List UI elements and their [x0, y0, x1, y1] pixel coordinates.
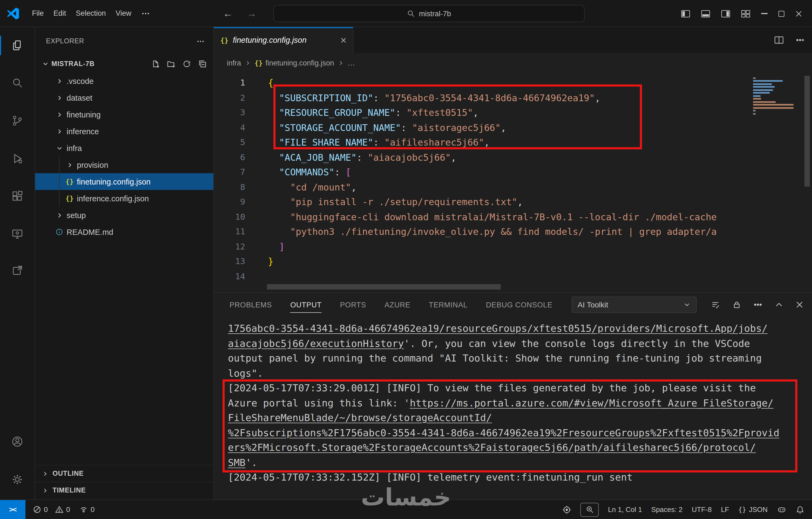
horizontal-scrollbar[interactable] — [267, 284, 501, 289]
output-line: 1756abc0-3554-4341-8d6a-46674962ea19/res… — [228, 321, 812, 336]
chevron-down-icon — [54, 144, 65, 152]
menu-file[interactable]: File — [27, 9, 49, 17]
extensions-icon[interactable] — [0, 183, 35, 209]
remote-explorer-icon[interactable] — [0, 221, 35, 247]
panel-tab-problems[interactable]: PROBLEMS — [230, 293, 272, 316]
json-icon: {} — [255, 59, 263, 67]
cursor-position[interactable]: Ln 1, Col 1 — [608, 506, 642, 514]
breadcrumb-item[interactable]: {}finetuning.config.json — [255, 59, 334, 67]
split-editor-icon[interactable] — [774, 36, 784, 44]
tree-item-label: inference.config.json — [77, 194, 149, 203]
minimap-line — [753, 89, 773, 91]
eol-status[interactable]: LF — [721, 506, 729, 514]
explorer-icon[interactable] — [0, 32, 35, 58]
run-debug-icon[interactable] — [0, 146, 35, 172]
output-link[interactable]: %2Fsubscriptions%2F1756abc0-3554-4341-8d… — [228, 427, 779, 438]
menu-view[interactable]: View — [111, 9, 136, 17]
language-status[interactable]: {} JSON — [738, 506, 767, 514]
ai-toolkit-icon[interactable] — [0, 257, 35, 283]
panel-tab-terminal[interactable]: TERMINAL — [429, 293, 467, 316]
customize-layout-icon[interactable] — [741, 9, 750, 18]
explorer-more-icon[interactable] — [197, 37, 205, 45]
back-arrow-icon[interactable]: ← — [223, 8, 233, 19]
problems-status[interactable]: 0 0 — [33, 506, 70, 514]
minimize-button[interactable] — [761, 13, 767, 14]
tree-item-.vscode[interactable]: .vscode — [35, 72, 213, 89]
code-lines: 1{2 "SUBSCRIPTION_ID": "1756abc0-3554-43… — [214, 76, 751, 284]
output-link[interactable]: SMB — [228, 457, 245, 468]
indentation-status[interactable]: Spaces: 2 — [651, 506, 683, 514]
remote-indicator[interactable]: >< — [0, 500, 25, 519]
zoom-in-icon[interactable] — [580, 502, 599, 517]
output-link[interactable]: 1756abc0-3554-4341-8d6a-46674962ea19/res… — [228, 323, 767, 334]
outline-section[interactable]: OUTLINE — [35, 465, 213, 482]
lock-scrolling-icon[interactable] — [732, 300, 741, 309]
panel-tab-azure[interactable]: AZURE — [385, 293, 411, 316]
close-tab-icon[interactable] — [341, 37, 346, 43]
tree-item-inference[interactable]: inference — [35, 123, 213, 140]
accounts-icon[interactable] — [0, 429, 35, 455]
output-link[interactable]: https://ms.portal.azure.com/#view/Micros… — [410, 397, 774, 408]
toggle-panel-icon[interactable] — [701, 9, 710, 18]
close-panel-icon[interactable] — [796, 301, 803, 308]
copilot-icon[interactable] — [777, 505, 787, 514]
breadcrumb-item[interactable]: … — [348, 59, 355, 67]
ports-status[interactable]: 0 — [80, 506, 94, 514]
tree-item-finetuning[interactable]: finetuning — [35, 106, 213, 123]
workspace-section-header[interactable]: MISTRAL-7B — [35, 55, 213, 72]
panel-tab-debug-console[interactable]: DEBUG CONSOLE — [486, 293, 552, 316]
output-panel[interactable]: 1756abc0-3554-4341-8d6a-46674962ea19/res… — [214, 316, 812, 499]
output-channel-select[interactable]: AI Toolkit — [572, 297, 697, 313]
tree-item-provision[interactable]: provision — [35, 156, 213, 173]
screencast-target-icon[interactable] — [562, 505, 571, 514]
code-editor[interactable]: 1{2 "SUBSCRIPTION_ID": "1756abc0-3554-43… — [214, 72, 812, 292]
output-text: [2024-05-17T07:33:29.001Z] [INFO] To vie… — [228, 382, 756, 393]
panel-tab-ports[interactable]: PORTS — [340, 293, 366, 316]
minimap-line — [753, 80, 783, 82]
breadcrumb-item[interactable]: infra — [227, 59, 241, 67]
tree-item-infra[interactable]: infra — [35, 140, 213, 156]
maximize-button[interactable] — [778, 10, 784, 17]
minimap[interactable] — [751, 76, 800, 117]
menu-selection[interactable]: Selection — [71, 9, 111, 17]
tab-finetuning-config-json[interactable]: {} finetuning.config.json — [214, 27, 353, 53]
tree-item-setup[interactable]: setup — [35, 207, 213, 223]
new-file-icon[interactable] — [151, 59, 160, 68]
tree-item-inference.config.json[interactable]: {}inference.config.json — [35, 190, 213, 207]
code-line-13: 13} — [214, 254, 751, 269]
tree-item-dataset[interactable]: dataset — [35, 89, 213, 106]
forward-arrow-icon[interactable]: → — [247, 8, 257, 19]
output-link[interactable]: ers%2FMicrosoft.Storage%2FstorageAccount… — [228, 441, 756, 453]
clear-output-icon[interactable] — [711, 300, 720, 309]
tree-item-readme.md[interactable]: README.md — [35, 223, 213, 240]
search-input[interactable]: mistral-7b — [273, 5, 585, 22]
toggle-sidebar-icon[interactable] — [681, 9, 690, 18]
vscode-logo-icon — [6, 7, 20, 20]
tree-item-finetuning.config.json[interactable]: {}finetuning.config.json — [35, 173, 213, 190]
panel-more-icon[interactable] — [754, 300, 762, 309]
bell-icon[interactable] — [796, 505, 805, 514]
settings-gear-icon[interactable] — [0, 466, 35, 492]
close-window-button[interactable] — [795, 10, 802, 17]
timeline-section[interactable]: TIMELINE — [35, 482, 213, 498]
collapse-all-icon[interactable] — [198, 59, 207, 68]
menu-edit[interactable]: Edit — [49, 9, 71, 17]
output-text: '. — [245, 457, 257, 468]
minimap-line — [753, 113, 756, 115]
output-link[interactable]: FileShareMenuBlade/~/browse/storageAccou… — [228, 412, 492, 423]
maximize-panel-icon[interactable] — [775, 300, 783, 309]
panel-tab-output[interactable]: OUTPUT — [290, 293, 322, 316]
minimap-line — [753, 83, 772, 85]
editor-more-icon[interactable] — [796, 36, 805, 44]
encoding-status[interactable]: UTF-8 — [692, 506, 712, 514]
menu-more-icon[interactable] — [136, 9, 154, 18]
source-control-icon[interactable] — [0, 108, 35, 134]
refresh-icon[interactable] — [182, 59, 191, 68]
minimap-line — [753, 104, 793, 105]
output-link[interactable]: aiacajobc5j66/executionHistory — [228, 337, 404, 349]
explorer-actions — [151, 59, 207, 68]
vertical-scrollbar[interactable] — [805, 76, 810, 187]
search-sidebar-icon[interactable] — [0, 70, 35, 96]
new-folder-icon[interactable] — [167, 59, 175, 68]
toggle-secondary-sidebar-icon[interactable] — [721, 9, 730, 18]
